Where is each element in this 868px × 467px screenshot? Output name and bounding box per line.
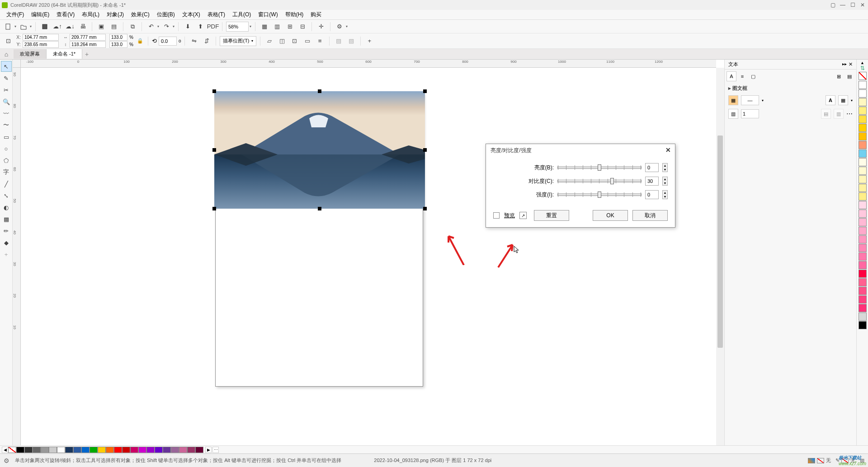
- undo-dropdown[interactable]: ▾: [157, 24, 159, 28]
- zoom-input[interactable]: [226, 22, 249, 32]
- bswatch[interactable]: [24, 447, 33, 453]
- contrast-up[interactable]: ▲: [663, 177, 667, 181]
- bswatch[interactable]: [146, 447, 155, 453]
- bswatch[interactable]: [171, 447, 179, 453]
- redo-button[interactable]: ↷: [161, 21, 172, 32]
- shape-tool[interactable]: ✎: [1, 73, 12, 84]
- height-input[interactable]: [70, 41, 106, 48]
- preview-label[interactable]: 预览: [504, 212, 515, 219]
- show-guides-button[interactable]: ⊟: [297, 21, 308, 32]
- export-button[interactable]: ⬆: [195, 21, 206, 32]
- menu-tools[interactable]: 工具(O): [230, 11, 254, 19]
- bswatch[interactable]: [195, 447, 203, 453]
- zoom-dropdown[interactable]: ▾: [250, 24, 251, 28]
- swatch[interactable]: [859, 252, 867, 261]
- freehand-tool[interactable]: 〰: [1, 108, 12, 119]
- fill-tool[interactable]: ◆: [1, 237, 12, 248]
- handle-ml[interactable]: [212, 148, 216, 152]
- bswatch[interactable]: [33, 447, 41, 453]
- tab-welcome[interactable]: 欢迎屏幕: [14, 49, 47, 59]
- swatch[interactable]: [859, 304, 867, 312]
- swatch[interactable]: [859, 201, 867, 209]
- publish-pdf-button[interactable]: PDF: [208, 21, 218, 32]
- swatch[interactable]: [859, 124, 867, 132]
- wrap-text-button[interactable]: ▨: [333, 36, 344, 47]
- import-button[interactable]: ⬇: [182, 21, 193, 32]
- swatch[interactable]: [859, 244, 867, 252]
- vertical-ruler[interactable]: 908070605040302010: [13, 68, 21, 462]
- swatch[interactable]: [859, 270, 867, 278]
- print-button[interactable]: 🖶: [77, 21, 88, 32]
- bswatch[interactable]: [81, 447, 90, 453]
- eyedropper-tool[interactable]: ✏: [1, 225, 12, 236]
- dialog-close-button[interactable]: ✕: [664, 146, 672, 154]
- intensity-up[interactable]: ▲: [663, 191, 667, 195]
- handle-mr[interactable]: [423, 148, 427, 152]
- swatch[interactable]: [859, 158, 867, 166]
- crop-bitmap-button[interactable]: ⊡: [289, 36, 300, 47]
- character-tab[interactable]: A: [726, 71, 736, 81]
- menu-help[interactable]: 帮助(H): [283, 11, 307, 19]
- popout-icon[interactable]: ↗: [519, 212, 527, 219]
- swatch[interactable]: [859, 218, 867, 226]
- undo-button[interactable]: ↶: [146, 21, 156, 32]
- width-input[interactable]: [70, 34, 106, 41]
- menu-purchase[interactable]: 购买: [308, 11, 324, 19]
- text-tool[interactable]: 字: [1, 167, 12, 177]
- swatch[interactable]: [859, 132, 867, 140]
- swatch[interactable]: [859, 321, 867, 329]
- y-position-input[interactable]: [23, 41, 59, 48]
- bswatch[interactable]: [16, 447, 24, 453]
- menu-layout[interactable]: 布局(L): [79, 11, 102, 19]
- snap-button[interactable]: ✛: [316, 21, 326, 32]
- frame-tab[interactable]: ▢: [748, 71, 758, 81]
- vertical-scrollbar[interactable]: [716, 68, 724, 462]
- docker-opt1-icon[interactable]: ⊞: [834, 71, 844, 81]
- docker-close-icon[interactable]: ✕: [849, 61, 853, 67]
- align-bitmap-button[interactable]: ≡: [315, 36, 326, 47]
- parallel-dimension-tool[interactable]: ╱: [1, 178, 12, 189]
- contrast-value-input[interactable]: [645, 177, 659, 186]
- powerclip-button[interactable]: ▧: [346, 36, 357, 47]
- canvas[interactable]: -100010020030040050060070080090010001100…: [13, 60, 724, 467]
- new-button[interactable]: [3, 21, 14, 32]
- transparency-tool[interactable]: ▩: [1, 214, 12, 224]
- rotation-input[interactable]: [159, 37, 177, 46]
- bswatch[interactable]: [98, 447, 106, 453]
- bswatch[interactable]: [179, 447, 187, 453]
- intensity-down[interactable]: ▼: [663, 195, 667, 199]
- swatch[interactable]: [859, 287, 867, 295]
- bpalette-left[interactable]: ◀: [2, 447, 8, 453]
- menu-edit[interactable]: 编辑(E): [28, 11, 52, 19]
- paragraph-tab[interactable]: ≡: [737, 71, 747, 81]
- cloud-upload-button[interactable]: ☁↑: [52, 21, 63, 32]
- more-options-icon[interactable]: ⋯: [846, 110, 853, 117]
- bswatch[interactable]: [122, 447, 130, 453]
- swatch[interactable]: [859, 149, 867, 158]
- swatch[interactable]: [859, 81, 867, 89]
- bswatch[interactable]: [130, 447, 138, 453]
- swatch[interactable]: [859, 313, 867, 321]
- bswatch[interactable]: [73, 447, 81, 453]
- swatch[interactable]: [859, 175, 867, 183]
- intensity-slider[interactable]: [557, 193, 642, 196]
- bpalette-right[interactable]: ▶: [205, 447, 212, 453]
- tab-document[interactable]: 未命名 -1*: [47, 49, 82, 59]
- bswatch-none[interactable]: [8, 447, 16, 453]
- menu-view[interactable]: 查看(V): [54, 11, 77, 19]
- menu-table[interactable]: 表格(T): [205, 11, 228, 19]
- swatch[interactable]: [859, 89, 867, 98]
- cloud-download-button[interactable]: ☁↓: [65, 21, 75, 32]
- rectangle-tool[interactable]: ▭: [1, 131, 12, 142]
- mirror-h-button[interactable]: ⇋: [189, 36, 199, 47]
- scale-x-input[interactable]: [109, 34, 127, 41]
- new-dropdown[interactable]: ▾: [14, 24, 16, 28]
- object-origin-button[interactable]: ⊡: [3, 36, 14, 47]
- ok-button[interactable]: OK: [593, 210, 628, 221]
- trace-bitmap-dropdown[interactable]: 描摹位图(T) ▾: [220, 36, 256, 46]
- swatch[interactable]: [859, 227, 867, 235]
- bswatch[interactable]: [106, 447, 114, 453]
- column-opt2-icon[interactable]: ▥: [834, 109, 844, 119]
- fullscreen-button[interactable]: ▦: [259, 21, 270, 32]
- menu-file[interactable]: 文件(F): [4, 11, 27, 19]
